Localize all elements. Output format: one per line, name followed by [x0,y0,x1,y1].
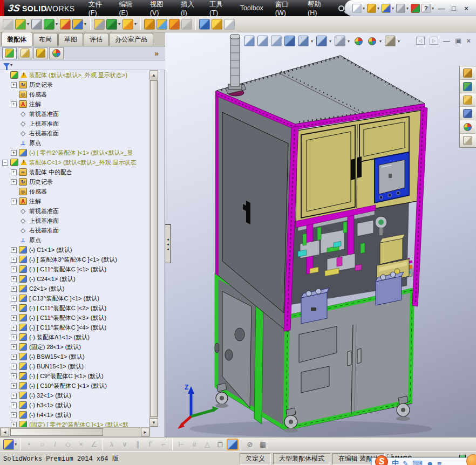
menu-插入[interactable]: 插入(I) [175,0,203,16]
scroll-right-button[interactable]: ► [141,428,149,436]
display-style-icon[interactable] [316,36,327,46]
taskpane-appearances-scenes[interactable] [460,120,475,134]
scroll-left-button[interactable]: ◄ [1,428,9,436]
tree-item[interactable]: +(-) [ C11^装配体C ]<4> (默认) [0,323,150,332]
doc-restore-button[interactable]: ▣ [455,37,461,45]
expand-toggle[interactable]: + [11,344,17,350]
taskpane-file-explorer[interactable] [460,93,475,107]
expand-toggle[interactable]: + [11,276,17,282]
view-settings-icon[interactable] [385,36,396,46]
apply-scene-icon[interactable] [366,36,377,46]
dropdown-caret-icon[interactable]: ▾ [377,6,379,11]
propertymanager-tab[interactable] [18,47,32,59]
grid-snap-icon[interactable]: # [188,439,200,450]
tree-item[interactable]: +(固定) [ 零件2^装配体C ]<1> (默认<默 [0,420,150,427]
expand-toggle[interactable]: + [11,373,17,379]
menu-文件[interactable]: 文件(F) [83,0,113,16]
tab-装配体[interactable]: 装配体 [1,32,32,46]
tree-horizontal-scrollbar[interactable]: ◄ ► [0,427,150,437]
insert-components-icon[interactable] [3,19,13,30]
expand-toggle[interactable]: + [11,315,17,321]
tree-item[interactable]: 原点 [0,138,150,148]
menu-视图[interactable]: 视图(V) [144,0,175,16]
sketch-angle-icon[interactable]: ∠ [88,439,100,450]
linear-component-pattern-icon[interactable] [44,19,55,30]
tree-item[interactable]: 传感器 [0,90,150,99]
zoom-to-area-icon[interactable] [257,36,268,46]
sketch-circle-icon[interactable]: ○ [36,439,48,450]
tree-item[interactable]: −装配体C<1> (默认<默认>_外观 显示状态 [0,158,150,167]
maximize-button[interactable]: □ [448,4,459,12]
tree-item[interactable]: 右视基准面 [0,225,150,235]
expand-toggle[interactable]: + [11,305,17,311]
expand-toggle[interactable]: + [11,383,17,389]
magnified-selection-icon[interactable] [271,36,282,46]
expand-toggle[interactable]: + [11,334,17,340]
menu-Toolbox[interactable]: Toolbox [234,0,269,16]
dropdown-caret-icon[interactable]: ▾ [27,22,29,26]
sketch-line-icon[interactable]: / [49,439,61,450]
edit-appearance-icon[interactable] [353,36,364,46]
new-document-icon[interactable] [352,4,362,13]
tree-item[interactable]: +C2<1> (默认) [0,284,150,293]
doc-close-button[interactable]: × [466,37,471,45]
expand-toggle[interactable]: + [11,169,17,175]
help-icon[interactable]: ? [421,4,431,13]
smart-fasteners-icon[interactable] [60,19,71,30]
tree-item[interactable]: +(-) h4<1> (默认) [0,410,150,420]
tree-item[interactable]: +装配体 中的配合 [0,167,150,177]
tree-item[interactable]: +历史记录 [0,177,150,187]
rebuild-alert-icon[interactable] [382,4,391,13]
pane-previous-button[interactable]: ◁ [416,37,425,45]
dropdown-caret-icon[interactable]: ▾ [118,22,120,26]
ime-corner-icon[interactable] [466,454,476,465]
take-snapshot-icon[interactable] [224,19,235,30]
tab-评估[interactable]: 评估 [84,33,108,46]
taskpane-view-palette[interactable] [460,107,475,120]
model-light-tower[interactable] [226,35,246,96]
horizontal-scroll-thumb[interactable] [10,428,103,436]
ime-button[interactable]: 中 [392,459,399,465]
expand-toggle[interactable]: + [11,286,17,292]
expand-toggle[interactable]: + [11,402,17,408]
tree-item[interactable]: +(-) 装配体A1<1> (默认) [0,332,150,342]
tree-item[interactable]: 传感器 [0,187,150,196]
tree-item[interactable]: 上视基准面 [0,216,150,225]
configurationmanager-tab[interactable] [33,47,48,59]
ime-button[interactable]: ≡ [437,460,441,465]
insert-component-icon[interactable] [15,19,26,30]
instant3d-icon[interactable] [199,19,210,30]
show-hidden-components-icon[interactable] [94,19,105,30]
expand-toggle[interactable]: + [11,82,17,88]
menu-窗口[interactable]: 窗口(W) [269,0,302,16]
tree-item[interactable]: +(-) C24<1> (默认) [0,274,150,284]
minimize-button[interactable]: — [436,4,447,12]
tree-item[interactable]: +(-) [ C11^装配体C ]<1> (默认) [0,264,150,274]
new-motion-study-icon[interactable] [144,19,155,30]
expand-toggle[interactable]: + [11,422,17,428]
tree-item[interactable]: 原点 [0,235,150,245]
search-icon[interactable] [338,5,344,11]
sketch-spline-icon[interactable]: × [75,439,87,450]
panel-collapse-handle[interactable]: ◂◂◂ [165,224,171,263]
tree-item[interactable]: +(-) [ 零件2^装配体 ]<1> (默认<默认>_显 [0,148,150,158]
door-handle[interactable] [351,159,355,180]
mate-icon[interactable] [31,19,42,30]
taskpane-design-library[interactable] [460,80,475,93]
tab-办公室产品[interactable]: 办公室产品 [109,33,153,46]
pane-overflow-chevron[interactable]: » [154,49,163,58]
displaymanager-tab[interactable] [49,47,64,59]
dropdown-caret-icon[interactable]: ▾ [363,6,365,11]
zoom-to-fit-icon[interactable] [244,36,255,46]
tab-草图[interactable]: 草图 [58,33,83,46]
expand-toggle[interactable]: + [11,101,17,107]
tree-item[interactable]: +(-) C1<1> (默认) [0,245,150,255]
assembly-model[interactable]: Z [165,32,476,437]
bill-of-materials-icon[interactable] [157,19,167,30]
angle-snap-icon[interactable]: △ [201,439,213,450]
filter-funnel-icon[interactable] [3,63,10,67]
tree-item[interactable]: +(固定) 28<1> (默认) [0,342,150,352]
vertical-scroll-thumb[interactable] [150,80,158,417]
tree-item[interactable]: +[ C13^装配体C ]<1> (默认) [0,293,150,303]
ime-button[interactable]: ☻ [426,460,434,465]
